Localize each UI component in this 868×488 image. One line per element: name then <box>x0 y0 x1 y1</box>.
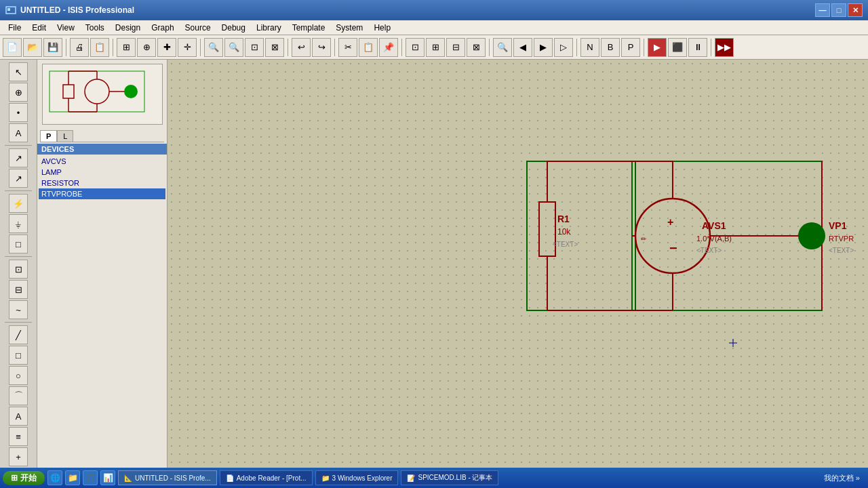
generator-tool[interactable]: ~ <box>9 300 28 319</box>
svg-rect-16 <box>539 202 555 256</box>
stop-button[interactable]: ⬛ <box>668 38 687 57</box>
line-tool[interactable]: ╱ <box>9 325 28 344</box>
pause-button[interactable]: ⏸ <box>688 38 707 57</box>
prop-button[interactable]: P <box>621 38 640 57</box>
menu-library[interactable]: Library <box>251 22 287 34</box>
menu-template[interactable]: Template <box>287 22 331 34</box>
tape-tool[interactable]: ⊟ <box>9 280 28 299</box>
minimize-button[interactable]: — <box>815 3 830 17</box>
main-area: ↖ ⊕ • A ↗ ↗ ⚡ ⏚ □ ⊡ ⊟ ~ ╱ □ ○ ⌒ A ≡ + <box>0 60 868 472</box>
wire-tool[interactable]: ↗ <box>9 148 28 167</box>
sim-button[interactable]: ▶▶ <box>715 38 734 57</box>
svg-text:<TEXT>: <TEXT> <box>553 241 578 248</box>
port-tool[interactable]: □ <box>9 235 28 253</box>
taskbar-notepad-label: SPICEMOD.LIB - 记事本 <box>418 473 492 483</box>
svg-text:RTVPR: RTVPR <box>829 235 854 243</box>
undo-button[interactable]: ↩ <box>292 38 311 57</box>
menu-design[interactable]: Design <box>110 22 146 34</box>
component-tool[interactable]: ⊕ <box>9 83 28 102</box>
svg-text:+: + <box>667 216 673 228</box>
box-tool[interactable]: □ <box>9 346 28 365</box>
text-tool[interactable]: A <box>9 407 28 426</box>
ground-tool[interactable]: ⏚ <box>9 214 28 233</box>
open-button[interactable]: 📂 <box>23 38 42 57</box>
cut-button[interactable]: ✂ <box>338 38 357 57</box>
window-controls[interactable]: — □ ✕ <box>815 3 863 17</box>
sidebar-tabs[interactable]: P L <box>37 129 167 144</box>
device-rtvprobe[interactable]: RTVPROBE <box>39 188 165 199</box>
grid-button[interactable]: ⊞ <box>117 38 136 57</box>
start-button[interactable]: ⊞ 开始 <box>3 471 45 485</box>
circuit-diagram: R1 10k <TEXT> + − ✏ AVS1 1.0*V(A,B) <box>527 161 868 351</box>
copy-button[interactable]: 📋 <box>359 38 378 57</box>
maximize-button[interactable]: □ <box>831 3 846 17</box>
device-lamp[interactable]: LAMP <box>39 167 165 178</box>
zoom-prev-button[interactable]: ◀ <box>513 38 532 57</box>
menu-help[interactable]: Help <box>368 22 396 34</box>
menu-view[interactable]: View <box>52 22 80 34</box>
block-move-button[interactable]: ⊟ <box>446 38 465 57</box>
block-rotate-button[interactable]: ⊠ <box>467 38 486 57</box>
add-button[interactable]: ✚ <box>157 38 176 57</box>
bus-tool[interactable]: ↗ <box>9 169 28 188</box>
taskbar-adobe[interactable]: 📄 Adobe Reader - [Prot... <box>220 470 313 485</box>
select-tool[interactable]: ↖ <box>9 62 28 81</box>
redo-button[interactable]: ↪ <box>312 38 331 57</box>
taskbar-isis[interactable]: 📐 UNTITLED - ISIS Profe... <box>118 470 217 485</box>
taskbar-notepad[interactable]: 📝 SPICEMOD.LIB - 记事本 <box>401 470 498 485</box>
zoom-fit-button[interactable]: ⊡ <box>245 38 264 57</box>
origin-button[interactable]: ⊕ <box>137 38 156 57</box>
zoom-area-button[interactable]: ⊠ <box>265 38 284 57</box>
menu-debug[interactable]: Debug <box>216 22 251 34</box>
device-avcvs[interactable]: AVCVS <box>39 156 165 167</box>
taskbar-mydocs[interactable]: 我的文档 » <box>824 473 860 483</box>
arc-tool[interactable]: ⌒ <box>9 386 28 405</box>
zoom-next-button[interactable]: ▶ <box>534 38 553 57</box>
junction-tool[interactable]: • <box>9 103 28 122</box>
svg-rect-13 <box>527 161 635 310</box>
plus-tool[interactable]: + <box>9 447 28 466</box>
print2-button[interactable]: 📋 <box>90 38 109 57</box>
new-button[interactable]: 📄 <box>3 38 22 57</box>
label-tool[interactable]: A <box>9 123 28 142</box>
taskbar-ie-icon[interactable]: 🌐 <box>47 470 62 485</box>
menu-graph[interactable]: Graph <box>146 22 179 34</box>
taskbar-explorer[interactable]: 📁 3 Windows Explorer <box>315 470 399 485</box>
symbol-tool[interactable]: ≡ <box>9 427 28 446</box>
tab-p[interactable]: P <box>40 130 57 142</box>
power-tool[interactable]: ⚡ <box>9 194 28 213</box>
print-button[interactable]: 🖨 <box>70 38 89 57</box>
left-panel: ↖ ⊕ • A ↗ ↗ ⚡ ⏚ □ ⊡ ⊟ ~ ╱ □ ○ ⌒ A ≡ + <box>0 60 37 472</box>
wire-button[interactable]: ✛ <box>178 38 197 57</box>
block-select-button[interactable]: ⊡ <box>406 38 425 57</box>
zoom-select-button[interactable]: 🔍 <box>493 38 512 57</box>
block-copy-button[interactable]: ⊞ <box>426 38 445 57</box>
save-button[interactable]: 💾 <box>43 38 62 57</box>
zoom-out-button[interactable]: 🔍 <box>224 38 243 57</box>
paste-button[interactable]: 📌 <box>379 38 398 57</box>
menu-system[interactable]: System <box>330 22 368 34</box>
device-resistor[interactable]: RESISTOR <box>39 178 165 188</box>
probe-tool[interactable]: ⊡ <box>9 260 28 279</box>
taskbar-folder-icon[interactable]: 📁 <box>65 470 80 485</box>
run-button[interactable]: ▶ <box>648 38 667 57</box>
menu-edit[interactable]: Edit <box>26 22 52 34</box>
toolbar-sep-8 <box>576 39 577 56</box>
zoom-fit2-button[interactable]: ▷ <box>554 38 573 57</box>
menu-tools[interactable]: Tools <box>80 22 110 34</box>
taskbar-explorer-icon: 📁 <box>321 474 330 482</box>
circle-tool[interactable]: ○ <box>9 366 28 385</box>
bom-button[interactable]: B <box>601 38 620 57</box>
svg-text:AVS1: AVS1 <box>702 220 726 231</box>
canvas-area[interactable]: R1 10k <TEXT> + − ✏ AVS1 1.0*V(A,B) <box>167 60 868 472</box>
svg-text:<TEXT>: <TEXT> <box>829 247 854 254</box>
taskbar-app-icon[interactable]: 📊 <box>100 470 115 485</box>
zoom-in-button[interactable]: 🔍 <box>204 38 223 57</box>
tab-l[interactable]: L <box>57 130 73 142</box>
taskbar-media-icon[interactable]: 🎵 <box>83 470 98 485</box>
menu-file[interactable]: File <box>3 22 26 34</box>
device-list: AVCVS LAMP RESISTOR RTVPROBE <box>37 155 167 201</box>
menu-source[interactable]: Source <box>180 22 216 34</box>
netlist-button[interactable]: N <box>580 38 599 57</box>
close-button[interactable]: ✕ <box>848 3 863 17</box>
